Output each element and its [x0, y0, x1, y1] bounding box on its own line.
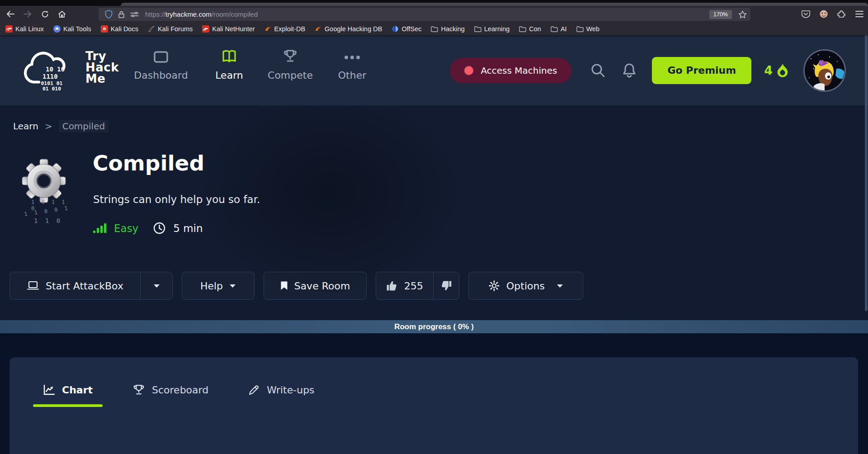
- room-subtitle: Strings can only help you so far.: [93, 194, 260, 205]
- bookmark-star-icon[interactable]: [738, 10, 747, 19]
- forward-button[interactable]: [21, 8, 34, 20]
- thumbs-down-icon: [440, 280, 452, 291]
- bookmarks-bar: Kali Linux Kali Tools Kali Docs Kali For…: [0, 22, 868, 35]
- kali-linux-favicon: [5, 25, 13, 33]
- kali-nethunter-favicon: [202, 25, 209, 33]
- room-progress-bar: Room progress ( 0% ): [0, 320, 868, 333]
- bookmark-kali-forums[interactable]: Kali Forums: [148, 25, 193, 33]
- bookmark-google-hacking-db[interactable]: Google Hacking DB: [315, 25, 382, 33]
- help-button[interactable]: Help: [182, 272, 255, 300]
- bookmark-folder-learning[interactable]: Learning: [474, 25, 509, 33]
- start-attackbox-button[interactable]: Start AttackBox: [9, 272, 173, 300]
- exploit-db-favicon: [264, 25, 272, 33]
- reload-button[interactable]: [38, 8, 52, 20]
- gear-icon: [488, 280, 500, 292]
- user-avatar[interactable]: [803, 49, 846, 92]
- folder-icon: [576, 26, 584, 32]
- zoom-level-badge[interactable]: 170%: [709, 10, 732, 19]
- clock-icon: [153, 222, 165, 234]
- content-section: Chart Scoreboard Write-ups: [0, 333, 868, 454]
- status-dot: [464, 66, 473, 75]
- nav-item-learn[interactable]: Learn: [213, 45, 245, 81]
- url-bar[interactable]: https://tryhackme.com/room/compiled 170%: [99, 8, 750, 21]
- bookmark-kali-docs[interactable]: Kali Docs: [101, 25, 138, 33]
- breadcrumb-learn-link[interactable]: Learn: [13, 121, 38, 132]
- url-host: tryhackme.com: [165, 10, 212, 18]
- content-tabs: Chart Scoreboard Write-ups: [9, 357, 858, 407]
- url-text[interactable]: https://tryhackme.com/room/compiled: [145, 10, 709, 18]
- bookmark-kali-nethunter[interactable]: Kali NetHunter: [202, 25, 255, 33]
- duration-label: 5 min: [173, 222, 203, 234]
- extension-monkey-icon[interactable]: [819, 9, 828, 19]
- folder-icon: [519, 26, 526, 32]
- back-button[interactable]: [4, 8, 17, 20]
- compete-trophy-icon: [283, 45, 298, 63]
- tab-chart[interactable]: Chart: [33, 381, 103, 407]
- google-hacking-db-favicon: [315, 25, 322, 33]
- dashboard-icon: [153, 45, 169, 63]
- chevron-down-icon: [229, 284, 236, 288]
- notifications-bell-icon[interactable]: [622, 62, 637, 79]
- kali-tools-favicon: [53, 25, 61, 33]
- search-icon[interactable]: [590, 63, 606, 78]
- bookmark-icon: [280, 281, 288, 291]
- go-premium-button[interactable]: Go Premium: [652, 57, 751, 84]
- bookmark-folder-ai[interactable]: AI: [551, 25, 567, 33]
- svg-text:1110: 1110: [42, 73, 58, 80]
- active-tab-sliver[interactable]: [121, 3, 868, 6]
- logo-wordmark: Try Hack Me: [85, 51, 119, 97]
- room-progress-label: Room progress ( 0% ): [394, 322, 474, 331]
- other-ellipsis-icon: [344, 45, 360, 63]
- breadcrumb-separator: >: [45, 121, 52, 132]
- tab-scoreboard[interactable]: Scoreboard: [123, 381, 218, 407]
- room-title: Compiled: [93, 151, 204, 175]
- thumbs-up-icon: [386, 280, 398, 291]
- save-room-button[interactable]: Save Room: [264, 272, 367, 300]
- bookmark-exploit-db[interactable]: Exploit-DB: [264, 25, 306, 33]
- home-button[interactable]: [55, 8, 69, 20]
- scoreboard-trophy-icon: [132, 383, 145, 396]
- lock-icon[interactable]: [118, 10, 125, 19]
- offsec-favicon: [392, 25, 399, 33]
- page-scrollbar[interactable]: [865, 35, 868, 311]
- chevron-down-icon: [153, 284, 160, 288]
- thumbs-down-button[interactable]: [434, 272, 459, 299]
- pen-icon: [248, 384, 260, 396]
- bookmark-kali-linux[interactable]: Kali Linux: [5, 25, 44, 33]
- nav-item-dashboard[interactable]: Dashboard: [131, 45, 191, 81]
- difficulty-label: Easy: [114, 222, 138, 234]
- room-actions: Start AttackBox Help Save Room 255: [9, 272, 583, 300]
- logo-cloud-icon: 10 10 1110 0101 01 01 010: [20, 39, 84, 97]
- streak-counter[interactable]: 4: [764, 63, 790, 78]
- learn-book-icon: [221, 45, 237, 63]
- kali-docs-favicon: [101, 25, 108, 33]
- access-machines-button[interactable]: Access Machines: [450, 58, 571, 83]
- tracking-shield-icon[interactable]: [105, 10, 113, 19]
- breadcrumb-current: Compiled: [59, 120, 109, 132]
- tryhackme-logo[interactable]: 10 10 1110 0101 01 01 010 Try Hack Me: [20, 39, 119, 97]
- options-button[interactable]: Options: [468, 272, 583, 300]
- extensions-puzzle-icon[interactable]: [837, 9, 846, 19]
- chevron-down-icon: [557, 284, 563, 288]
- tab-writeups[interactable]: Write-ups: [238, 381, 324, 407]
- bookmark-folder-web[interactable]: Web: [576, 25, 600, 33]
- pocket-icon[interactable]: [802, 10, 810, 18]
- nav-item-other[interactable]: Other: [335, 45, 369, 81]
- attackbox-dropdown-toggle[interactable]: [141, 272, 172, 299]
- browser-tabstrip: [0, 0, 868, 6]
- permissions-icon[interactable]: [130, 11, 139, 18]
- site-header: 10 10 1110 0101 01 01 010 Try Hack Me Da…: [0, 35, 868, 105]
- streak-count: 4: [764, 63, 773, 77]
- bookmark-folder-hacking[interactable]: Hacking: [431, 25, 464, 33]
- bookmark-folder-con[interactable]: Con: [519, 25, 541, 33]
- bookmark-offsec[interactable]: OffSec: [392, 25, 421, 33]
- bookmark-kali-tools[interactable]: Kali Tools: [53, 25, 91, 33]
- folder-icon: [474, 26, 481, 32]
- thumbs-up-button[interactable]: 255: [376, 272, 433, 299]
- folder-icon: [551, 26, 558, 32]
- nav-item-compete[interactable]: Compete: [268, 45, 313, 81]
- svg-text:10 10: 10 10: [46, 66, 65, 73]
- menu-hamburger-icon[interactable]: [855, 11, 863, 17]
- difficulty-bars-icon: [93, 223, 106, 233]
- room-meta: Easy 5 min: [93, 222, 203, 234]
